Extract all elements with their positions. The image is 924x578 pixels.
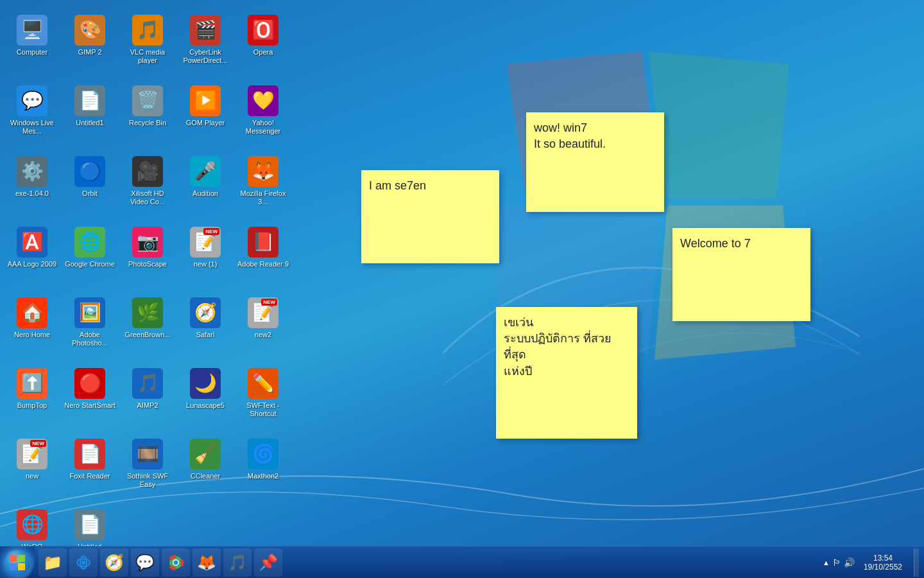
desktop-icon-adobe_reader[interactable]: 📕 Adobe Reader 9	[234, 222, 292, 292]
icon-label-gom: GOM Player	[186, 119, 225, 127]
desktop-icon-maxthon[interactable]: 🌀 Maxthon2	[234, 434, 292, 504]
desktop-icon-greenbrowser[interactable]: 🌿 GreenBrown...	[119, 292, 176, 363]
desktop-icon-safari[interactable]: 🧭 Safari	[176, 292, 234, 363]
icon-label-bumptop: BumpTop	[17, 401, 47, 410]
desktop-icon-new3[interactable]: 📝 NEW new	[3, 434, 61, 504]
icon-image-foxit: 📄	[74, 439, 105, 469]
taskbar-wlm[interactable]: 💬	[131, 548, 159, 577]
desktop-icon-aalogo[interactable]: 🅰️ AAA Logo 2009	[3, 222, 61, 292]
icon-image-chrome: 🌐	[74, 227, 105, 258]
icon-image-bumptop: ⬆️	[17, 368, 47, 399]
svg-rect-1	[18, 555, 25, 562]
desktop-icon-wlm[interactable]: 💬 Windows Live Mes...	[3, 80, 61, 151]
tray-flag: 🏳	[832, 557, 841, 568]
svg-point-11	[174, 560, 178, 565]
icon-image-safari: 🧭	[190, 297, 221, 328]
taskbar-media[interactable]: 🎵	[223, 548, 252, 577]
desktop-icon-orbit[interactable]: 🔵 Orbit	[61, 151, 119, 222]
desktop-icon-new1[interactable]: 📝 NEW new (1)	[176, 222, 234, 292]
show-desktop-button[interactable]	[914, 548, 919, 577]
svg-rect-0	[10, 555, 17, 562]
icon-label-recycle: Recycle Bin	[129, 119, 166, 127]
icon-image-photoscape: 📷	[132, 227, 163, 258]
tray-volume[interactable]: 🔊	[844, 557, 855, 568]
icon-image-yahoo: 💛	[248, 85, 278, 116]
desktop-icon-firefox[interactable]: 🦊 Mozilla Firefox 3...	[234, 151, 292, 222]
start-orb	[4, 550, 30, 575]
icon-image-nero_home: 🏠	[17, 297, 47, 328]
icon-image-exe104: ⚙️	[17, 156, 47, 187]
desktop-icon-bumptop[interactable]: ⬆️ BumpTop	[3, 363, 61, 434]
icon-image-vlc: 🎵	[132, 15, 163, 46]
icon-label-greenbrowser: GreenBrown...	[125, 331, 171, 339]
icon-image-photoshop: 🖼️	[74, 297, 105, 328]
icon-image-new1: 📝 NEW	[190, 227, 221, 258]
icon-image-swftext: ✏️	[248, 368, 278, 399]
desktop-icon-exe104[interactable]: ⚙️ exe-1.04.0	[3, 151, 61, 222]
taskbar-safari[interactable]: 🧭	[100, 548, 128, 577]
desktop-icon-aimp2[interactable]: 🎵 AIMP2	[119, 363, 176, 434]
clock-time: 13:54	[873, 554, 893, 563]
taskbar-right: ▲ 🏳 🔊 13:54 19/10/2552	[817, 547, 924, 578]
taskbar-sticky[interactable]: 📌	[254, 548, 282, 577]
icon-label-sothink: Sothink SWF Easy	[121, 472, 174, 489]
desktop-icon-swftext[interactable]: ✏️ SWFText - Shortcut	[234, 363, 292, 434]
icon-image-audition: 🎤	[190, 156, 221, 187]
desktop-icon-chrome[interactable]: 🌐 Google Chrome	[61, 222, 119, 292]
desktop-icon-nero_home[interactable]: 🏠 Nero Home	[3, 292, 61, 363]
desktop-icon-gom[interactable]: ▶️ GOM Player	[176, 80, 234, 151]
icon-label-photoscape: PhotoScape	[128, 260, 167, 268]
taskbar-chrome[interactable]	[162, 548, 190, 577]
taskbar-firefox[interactable]: 🦊	[193, 548, 221, 577]
taskbar-ie[interactable]	[69, 548, 98, 577]
icon-label-gimp2: GIMP 2	[78, 48, 101, 57]
desktop-icon-yahoo[interactable]: 💛 Yahoo! Messenger	[234, 80, 292, 151]
desktop-icon-new2[interactable]: 📝 NEW new2	[234, 292, 292, 363]
new-badge: NEW	[203, 228, 219, 235]
desktop-icon-vlc[interactable]: 🎵 VLC media player	[119, 10, 176, 80]
desktop-icon-cyberlink[interactable]: 🎬 CyberLink PowerDirect...	[176, 10, 234, 80]
taskbar-items: 📁 🧭 💬 🦊 🎵 📌	[35, 547, 817, 578]
icon-label-swftext: SWFText - Shortcut	[237, 401, 289, 418]
icon-label-yahoo: Yahoo! Messenger	[237, 119, 289, 136]
sticky-note-3: Welcome to 7	[672, 228, 810, 321]
system-tray: ▲ 🏳 🔊	[823, 557, 855, 568]
start-button[interactable]	[0, 547, 35, 579]
icon-image-wedo: 🌐	[17, 509, 47, 540]
desktop-icon-opera[interactable]: 🅾️ Opera	[234, 10, 292, 80]
icon-image-adobe_reader: 📕	[248, 227, 278, 258]
icon-image-aimp2: 🎵	[132, 368, 163, 399]
taskbar-explorer[interactable]: 📁	[38, 548, 67, 577]
desktop-icon-computer[interactable]: 🖥️ Computer	[3, 10, 61, 80]
desktop-icon-recycle[interactable]: 🗑️ Recycle Bin	[119, 80, 176, 151]
icon-image-sothink: 🎞️	[132, 439, 163, 469]
desktop-icon-lunascape[interactable]: 🌙 Lunascape5	[176, 363, 234, 434]
desktop-icon-untitled1[interactable]: 📄 Untitled1	[61, 80, 119, 151]
desktop-icon-photoscape[interactable]: 📷 PhotoScape	[119, 222, 176, 292]
icon-label-new3: new	[26, 472, 38, 480]
icon-label-firefox: Mozilla Firefox 3...	[237, 189, 289, 206]
icon-image-xilisoft: 🎥	[132, 156, 163, 187]
desktop-icon-nero_ss[interactable]: 🔴 Nero StartSmart	[61, 363, 119, 434]
icon-image-wlm: 💬	[17, 85, 47, 116]
icon-image-recycle: 🗑️	[132, 85, 163, 116]
icon-image-ccleaner: 🧹	[190, 439, 221, 469]
desktop-icon-photoshop[interactable]: 🖼️ Adobe Photosho...	[61, 292, 119, 363]
desktop-icon-xilisoft[interactable]: 🎥 Xilisoft HD Video Co...	[119, 151, 176, 222]
sticky-note-2: wow! win7 It so beautiful.	[526, 112, 664, 212]
icon-image-greenbrowser: 🌿	[132, 297, 163, 328]
tray-arrow[interactable]: ▲	[823, 559, 830, 566]
icon-image-untitled1: 📄	[74, 85, 105, 116]
clock-area[interactable]: 13:54 19/10/2552	[859, 554, 907, 572]
icon-label-xilisoft: Xilisoft HD Video Co...	[121, 189, 174, 206]
icon-label-exe104: exe-1.04.0	[15, 189, 49, 198]
desktop-icon-foxit[interactable]: 📄 Foxit Reader	[61, 434, 119, 504]
desktop-icon-audition[interactable]: 🎤 Audition	[176, 151, 234, 222]
icon-image-gimp2: 🎨	[74, 15, 105, 46]
icon-label-ccleaner: CCleaner	[191, 472, 220, 480]
desktop-icon-sothink[interactable]: 🎞️ Sothink SWF Easy	[119, 434, 176, 504]
new-badge: NEW	[261, 299, 277, 306]
desktop-icon-gimp2[interactable]: 🎨 GIMP 2	[61, 10, 119, 80]
desktop-icon-ccleaner[interactable]: 🧹 CCleaner	[176, 434, 234, 504]
icon-image-cyberlink: 🎬	[190, 15, 221, 46]
